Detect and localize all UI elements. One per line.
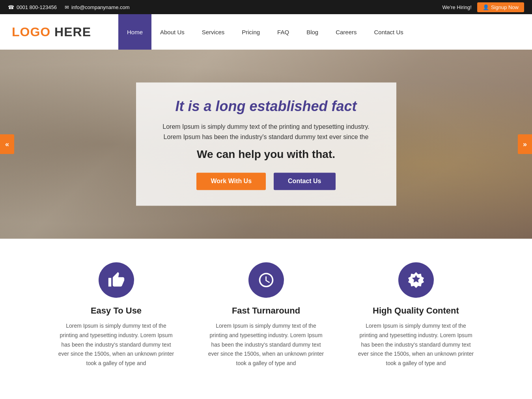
logo-orange: LOGO bbox=[12, 25, 50, 39]
topbar-left: ☎ 0001 800-123456 ✉ info@companyname.com bbox=[8, 4, 130, 10]
feature-easy-desc: Lorem Ipsum is simply dummy text of the … bbox=[57, 321, 175, 368]
badge-icon-circle bbox=[398, 262, 434, 298]
signup-label: Signup Now bbox=[491, 4, 519, 10]
logo[interactable]: LOGO HERE bbox=[12, 25, 91, 39]
nav-faq[interactable]: FAQ bbox=[269, 14, 298, 50]
nav-home[interactable]: Home bbox=[118, 14, 151, 50]
feature-quality-title: High Quality Content bbox=[373, 306, 459, 316]
feature-quality-desc: Lorem Ipsum is simply dummy text of the … bbox=[357, 321, 475, 368]
hero-prev-button[interactable]: « bbox=[0, 134, 14, 154]
topbar: ☎ 0001 800-123456 ✉ info@companyname.com… bbox=[0, 0, 532, 14]
hiring-text: We're Hiring! bbox=[442, 4, 471, 10]
nav-services[interactable]: Services bbox=[193, 14, 233, 50]
badge-icon bbox=[407, 271, 425, 289]
topbar-right: We're Hiring! 👤 Signup Now bbox=[442, 2, 524, 12]
hero-description: Lorem Ipsum is simply dummy text of the … bbox=[156, 122, 377, 142]
prev-icon: « bbox=[5, 140, 9, 148]
nav-careers[interactable]: Careers bbox=[327, 14, 365, 50]
nav-pricing[interactable]: Pricing bbox=[233, 14, 269, 50]
topbar-phone: ☎ 0001 800-123456 bbox=[8, 4, 57, 10]
hero-subtitle: We can help you with that. bbox=[156, 148, 377, 161]
feature-easy-to-use: Easy To Use Lorem Ipsum is simply dummy … bbox=[57, 262, 175, 368]
topbar-email: ✉ info@companyname.com bbox=[65, 4, 130, 10]
thumbs-up-icon bbox=[108, 271, 125, 289]
main-nav: Home About Us Services Pricing FAQ Blog … bbox=[118, 14, 532, 50]
features-section: Easy To Use Lorem Ipsum is simply dummy … bbox=[0, 239, 532, 384]
phone-number: 0001 800-123456 bbox=[17, 4, 57, 10]
feature-fast-turnaround: Fast Turnaround Lorem Ipsum is simply du… bbox=[207, 262, 325, 368]
signup-button[interactable]: 👤 Signup Now bbox=[477, 2, 524, 12]
nav-contact[interactable]: Contact Us bbox=[366, 14, 412, 50]
hero-content: It is a long established fact Lorem Ipsu… bbox=[136, 82, 396, 206]
feature-easy-title: Easy To Use bbox=[91, 306, 142, 316]
next-icon: » bbox=[523, 140, 527, 148]
header: LOGO HERE Home About Us Services Pricing… bbox=[0, 14, 532, 50]
clock-icon-circle bbox=[248, 262, 284, 298]
user-icon: 👤 bbox=[483, 4, 489, 10]
contact-us-button[interactable]: Contact Us bbox=[274, 173, 335, 190]
phone-icon: ☎ bbox=[8, 4, 14, 10]
hero-title: It is a long established fact bbox=[156, 98, 377, 115]
thumbs-up-icon-circle bbox=[99, 262, 134, 298]
work-with-us-button[interactable]: Work With Us bbox=[196, 173, 266, 190]
logo-dark: HERE bbox=[50, 25, 91, 39]
nav-about[interactable]: About Us bbox=[151, 14, 193, 50]
feature-fast-title: Fast Turnaround bbox=[232, 306, 300, 316]
feature-high-quality: High Quality Content Lorem Ipsum is simp… bbox=[357, 262, 475, 368]
clock-icon bbox=[258, 271, 275, 289]
nav-blog[interactable]: Blog bbox=[298, 14, 327, 50]
feature-fast-desc: Lorem Ipsum is simply dummy text of the … bbox=[207, 321, 325, 368]
logo-area: LOGO HERE bbox=[0, 14, 118, 50]
hero-section: « » It is a long established fact Lorem … bbox=[0, 50, 532, 239]
email-icon: ✉ bbox=[65, 4, 69, 10]
hero-next-button[interactable]: » bbox=[518, 134, 532, 154]
hero-buttons: Work With Us Contact Us bbox=[156, 173, 377, 190]
email-address: info@companyname.com bbox=[71, 4, 130, 10]
